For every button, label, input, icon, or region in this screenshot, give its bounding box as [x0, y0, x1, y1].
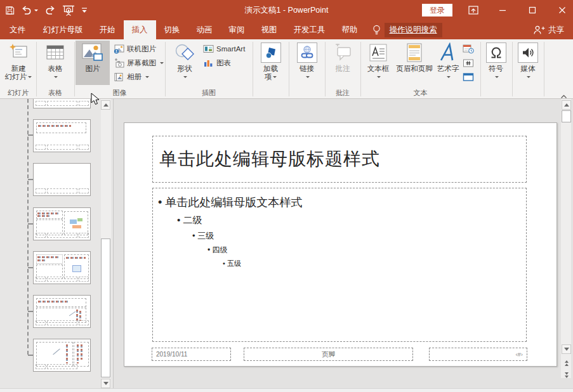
slide-number-button[interactable] — [461, 56, 477, 70]
thumb-chart-block — [77, 218, 82, 221]
slide-layout-thumbnail-7[interactable] — [33, 339, 91, 372]
links-button[interactable]: 链接 — [290, 41, 324, 85]
layout-tree-tick — [28, 223, 33, 225]
media-button[interactable]: 媒体 — [513, 41, 543, 85]
textbox-icon — [369, 44, 387, 62]
shapes-label: 形状 — [178, 65, 192, 73]
date-placeholder[interactable]: 2019/10/11 — [152, 348, 231, 361]
tab-help[interactable]: 帮助 — [334, 20, 366, 39]
slide-layout-thumbnail-6[interactable] — [33, 295, 91, 328]
undo-dropdown-caret[interactable] — [34, 10, 38, 11]
symbol-label: 符号 — [489, 65, 503, 73]
smartart-icon — [203, 44, 214, 53]
symbol-button[interactable]: 符号 — [481, 41, 511, 85]
editor-scrollbar-track[interactable] — [561, 99, 571, 378]
dropdown-caret — [160, 62, 164, 64]
textbox-button[interactable]: 文本框 — [362, 41, 395, 85]
screenshot-label: 屏幕截图 — [127, 58, 156, 68]
chart-button[interactable]: 图表 — [202, 56, 253, 70]
thumb-footer-box — [36, 277, 46, 282]
comment-button: 批注 — [326, 41, 359, 85]
body-placeholder[interactable]: • 单击此处编辑母版文本样式 • 二级 • 三级 • 四级 • 五级 — [152, 188, 527, 342]
tab-developer[interactable]: 开发工具 — [286, 20, 334, 39]
thumb-footer-box — [36, 101, 46, 106]
quick-access-toolbar — [5, 0, 88, 20]
thumb-content-box — [64, 254, 89, 279]
share-button[interactable]: 共享 — [533, 20, 573, 39]
screenshot-icon — [114, 58, 124, 68]
tab-insert[interactable]: 插入 — [124, 20, 156, 39]
login-button[interactable]: 登录 — [422, 4, 452, 16]
screenshot-button[interactable]: 屏幕截图 — [112, 56, 166, 70]
date-time-button[interactable] — [461, 42, 477, 56]
slide-layout-thumbnail-3[interactable] — [33, 163, 91, 196]
addins-button[interactable]: 加载 项 — [254, 41, 287, 85]
save-button[interactable] — [5, 6, 15, 15]
thumb-footer-box — [47, 233, 77, 238]
editor-scroll-up-button[interactable] — [562, 100, 571, 110]
slide-canvas[interactable]: 单击此处编辑母版标题样式 • 单击此处编辑母版文本样式 • 二级 • 三级 • … — [124, 122, 557, 367]
wordart-button[interactable]: 艺术字 — [434, 41, 462, 85]
tab-transitions[interactable]: 切换 — [156, 20, 188, 39]
customize-qat-icon — [81, 7, 88, 13]
panel-scrollbar-thumb[interactable] — [101, 238, 110, 377]
photo-album-button[interactable]: 相册 — [112, 70, 166, 84]
tab-home[interactable]: 开始 — [91, 20, 124, 39]
chart-icon — [203, 58, 214, 67]
editor-scroll-down-button[interactable] — [562, 344, 571, 354]
chart-label: 图表 — [216, 58, 231, 68]
tell-me-search[interactable]: 操作说明搜索 — [372, 20, 442, 39]
tab-file[interactable]: 文件 — [0, 20, 35, 39]
tab-review[interactable]: 审阅 — [221, 20, 253, 39]
dropdown-caret — [527, 76, 530, 78]
slide-layout-thumbnail-1[interactable] — [33, 99, 91, 108]
bullet-level-3: • 三级 — [192, 230, 526, 242]
status-bar-strip — [0, 388, 573, 392]
addins-label-line1: 加载 — [263, 65, 278, 73]
start-slideshow-button[interactable] — [62, 5, 75, 16]
ribbon-display-options-button[interactable] — [463, 0, 484, 20]
customize-qat-button[interactable] — [81, 7, 88, 13]
thumb-footer-box — [47, 320, 77, 325]
slide-layout-thumbnail-2[interactable] — [33, 119, 91, 152]
slide-number-placeholder[interactable]: ‹#› — [429, 348, 527, 361]
thumb-title-box — [36, 122, 86, 133]
thumb-footer-box — [79, 101, 89, 106]
slide-layout-thumbnail-4[interactable] — [33, 207, 91, 240]
shapes-icon — [175, 43, 195, 62]
tab-view[interactable]: 视图 — [253, 20, 286, 39]
undo-button[interactable] — [21, 6, 38, 15]
group-separator — [512, 42, 513, 96]
thumb-footer-box — [47, 364, 77, 369]
panel-scroll-up-button[interactable] — [101, 100, 110, 110]
object-button[interactable] — [461, 70, 477, 84]
maximize-button[interactable] — [522, 0, 543, 20]
tab-animations[interactable]: 动画 — [188, 20, 221, 39]
panel-scroll-down-button[interactable] — [101, 379, 110, 388]
header-footer-button[interactable]: 页眉和页脚 — [395, 41, 434, 85]
shapes-button[interactable]: 形状 — [168, 41, 202, 85]
close-button[interactable] — [551, 0, 573, 20]
bullet-level-5: • 五级 — [223, 259, 526, 268]
thumb-footer-box — [36, 188, 46, 193]
next-slide-button[interactable] — [562, 370, 571, 380]
slideshow-icon — [62, 5, 75, 16]
thumb-title-box — [36, 298, 86, 307]
online-pictures-button[interactable]: 联机图片 — [112, 42, 166, 56]
tab-slide-master[interactable]: 幻灯片母版 — [35, 20, 91, 39]
thumb-footer-box — [79, 145, 89, 150]
footer-placeholder[interactable]: 页脚 — [244, 348, 413, 361]
table-button[interactable]: 表格 — [38, 41, 72, 85]
minimize-button[interactable] — [492, 0, 513, 20]
previous-slide-button[interactable] — [562, 358, 571, 368]
thumb-title-box — [36, 254, 63, 264]
slide-layout-thumbnail-5[interactable] — [33, 251, 91, 284]
dropdown-caret — [28, 76, 32, 78]
redo-button[interactable] — [44, 6, 56, 15]
picture-button[interactable]: 图片 — [76, 41, 110, 85]
new-slide-button[interactable]: 新建 幻灯片 — [2, 41, 35, 85]
title-placeholder[interactable]: 单击此处编辑母版标题样式 — [152, 136, 527, 183]
smartart-button[interactable]: SmartArt — [202, 42, 253, 56]
maximize-icon — [529, 6, 536, 14]
editor-scrollbar-thumb[interactable] — [562, 110, 571, 122]
